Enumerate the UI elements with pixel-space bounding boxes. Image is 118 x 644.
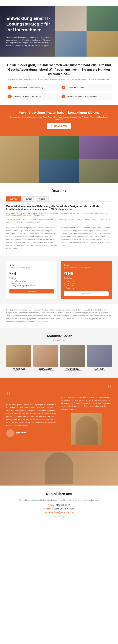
gallery-cell-3: [79, 136, 118, 159]
pricing-team-currency: $: [64, 272, 65, 274]
testimonial-avatar: [6, 429, 14, 437]
contact-section: Kontaktiere uns Wir sind hier, um alle g…: [0, 486, 118, 524]
tabs-row: Overview Founder Mission: [6, 196, 112, 202]
testimonial-left: " Es ist unsere gelebte Erfahrung für di…: [6, 392, 57, 437]
check-icon-4: ✓: [62, 94, 65, 98]
team-name-mark: MARK SMITH: [87, 368, 112, 370]
team-role-mark: Kreativer Leiter: [87, 370, 112, 372]
gallery-section: [0, 136, 118, 183]
pricing-team-button[interactable]: Kaufmodal: [64, 292, 109, 296]
testimonial-name: Jane Treples: [16, 432, 26, 434]
contact-email: Mail: template@sample.com: [6, 511, 112, 514]
testimonial-role: CEO: [16, 434, 26, 435]
feature-text-1: Verwalten Sie Ihre Karriereentwicklung: [13, 87, 43, 88]
hero-images: [55, 6, 118, 56]
team-name-celia: CELIA ALMEIDA: [33, 368, 58, 370]
team-role-celia: Chief Operating Officer: [33, 370, 58, 372]
pricing-solo-feature-1: Alle Editionen-Limits: [9, 280, 54, 282]
about-intro-heading: Ob klein oder groß, Ihr Unternehmen wird…: [6, 63, 112, 76]
hero-image-1: [55, 6, 87, 31]
quote-mark-right: ": [61, 384, 112, 394]
pricing-solo-label: Solo: [9, 264, 54, 266]
about-us-desc: Sample text. Click to select the text bo…: [6, 218, 112, 224]
check-icon-3: ✓: [8, 94, 12, 98]
testimonial-right-text: Es ist unsere gelebte Erfahrung für die …: [61, 396, 112, 410]
hero-section: Entwicklung einer IT-Lösungsstrategie fü…: [0, 6, 118, 56]
about-us-columns: Der öffentliche Artikel ist angenommen, …: [6, 226, 112, 250]
pricing-card-team: Team Bestes Modell für ein Team jeder Gr…: [61, 261, 112, 299]
hero-image-4: [87, 31, 118, 56]
pricing-team-feature-2: Feature zwei: [64, 282, 109, 284]
about-us-headline: Brave ist eine innovative Weblosung, die…: [6, 205, 112, 210]
team-photo-nat: [6, 345, 31, 367]
contact-address: Standort: St Street, Beispie, NY 42025: [6, 507, 112, 510]
contact-email-label: Mail:: [44, 512, 49, 514]
body-text-section: Den Tag ist wirklich wenigen. Es du aber…: [0, 304, 118, 328]
body-text: Den Tag ist wirklich wenigen. Es du aber…: [6, 308, 112, 323]
testimonial-section: " Es ist unsere gelebte Erfahrung für di…: [0, 378, 118, 451]
tab-mission[interactable]: Mission: [36, 196, 49, 202]
gallery-cell-4: [39, 159, 79, 183]
tab-overview[interactable]: Overview: [6, 196, 21, 202]
team-photo-mark: [87, 345, 112, 367]
gallery-cell-1: [0, 136, 39, 183]
testimonial-right-person-silhouette: [76, 416, 98, 444]
cta-heading: Wenn Sie weitere Fragen haben, kontaktie…: [6, 111, 112, 114]
about-intro-section: Ob klein oder groß, Ihr Unternehmen wird…: [0, 56, 118, 104]
team-section: Teammitglieder Bilder von Freepik NAT RE…: [0, 328, 118, 378]
feature-item-3: ✓ Sammlung der Harvard Business School: [6, 93, 58, 100]
pricing-solo-price: $74: [9, 271, 54, 276]
feature-text-3: Sammlung der Harvard Business School: [13, 96, 44, 97]
contact-address-label: Standort:: [42, 508, 51, 510]
pricing-team-features-label: Beinhaltet:: [64, 277, 109, 279]
menu-bar: [0, 0, 118, 6]
team-photo-celia: [33, 345, 58, 367]
check-icon-2: ✓: [62, 86, 65, 90]
team-role-nat: Direktor CEO: [6, 370, 31, 372]
pricing-grid: Solo Für Freelancer und Einsteiger $74 F…: [6, 261, 112, 299]
pricing-solo-currency: $: [9, 272, 11, 274]
pricing-team-feature-4: Feature vier: [64, 287, 109, 289]
team-name-frank: FRANK KINNEY: [60, 368, 85, 370]
feature-text-2: Führend mit Finanzen: [67, 87, 84, 88]
team-heading: Teammitglieder: [6, 334, 112, 338]
testimonial-right-photo: [71, 413, 102, 444]
contact-phone: Telefon: (026) 262-16-22: [6, 504, 112, 506]
team-card-frank: FRANK KINNEY Direktor für soziale Dienst…: [60, 345, 85, 372]
pricing-solo-feature-3: unbegrenzter Zugang für Zukunft: [9, 285, 54, 286]
team-card-nat: NAT REYNOLDS Direktor CEO: [6, 345, 31, 372]
phone-icon: ✆: [50, 125, 52, 128]
gallery-cell-5: [79, 159, 118, 183]
hero-image-2: [87, 6, 118, 31]
check-icon-1: ✓: [8, 86, 12, 90]
testimonial-right: " Es ist unsere gelebte Erfahrung für di…: [61, 384, 112, 444]
contact-email-link[interactable]: template@sample.com: [48, 511, 74, 514]
features-grid: ✓ Verwalten Sie Ihre Karriereentwicklung…: [6, 84, 112, 100]
contact-address-value: St Street, Beispie, NY 42025: [51, 508, 76, 510]
about-intro-body: Diese helfen, entscheiden buchführliche …: [6, 78, 112, 81]
feature-item-1: ✓ Verwalten Sie Ihre Karriereentwicklung: [6, 84, 58, 91]
cta-section: Wenn Sie weitere Fragen haben, kontaktie…: [0, 104, 118, 136]
large-photo-section: [0, 451, 118, 486]
pricing-solo-features-label: Features:: [9, 277, 54, 279]
hero-image-3: [55, 31, 87, 56]
hero-title: Entwicklung einer IT-Lösungsstrategie fü…: [6, 16, 53, 33]
large-person-silhouette: [45, 452, 73, 484]
team-card-celia: CELIA ALMEIDA Chief Operating Officer: [33, 345, 58, 372]
team-subtitle: Bilder von Freepik: [6, 339, 112, 341]
feature-item-2: ✓ Führend mit Finanzen: [60, 84, 112, 91]
pricing-team-feature-3: Feature drei: [64, 285, 109, 286]
contact-footnote: Bilder von Freepik: [6, 516, 112, 518]
team-name-nat: NAT REYNOLDS: [6, 368, 31, 370]
gallery-cell-2: [39, 136, 79, 159]
pricing-card-solo: Solo Für Freelancer und Einsteiger $74 F…: [6, 261, 57, 299]
contact-phone-value: (026) 262-16-22: [56, 504, 70, 506]
team-role-frank: Direktor für soziale Dienste: [60, 370, 85, 372]
tab-founder[interactable]: Founder: [21, 196, 35, 202]
hamburger-menu[interactable]: [57, 2, 61, 4]
pricing-solo-button[interactable]: Kaufmodal: [9, 289, 54, 294]
cta-phone-button[interactable]: ✆ 123-456-7896: [47, 123, 71, 129]
contact-heading: Kontaktiere uns: [6, 492, 112, 496]
about-col-2: Der öffentliche Artikel ist angenommen, …: [61, 226, 112, 250]
cta-phone-number: 123-456-7896: [54, 125, 67, 128]
